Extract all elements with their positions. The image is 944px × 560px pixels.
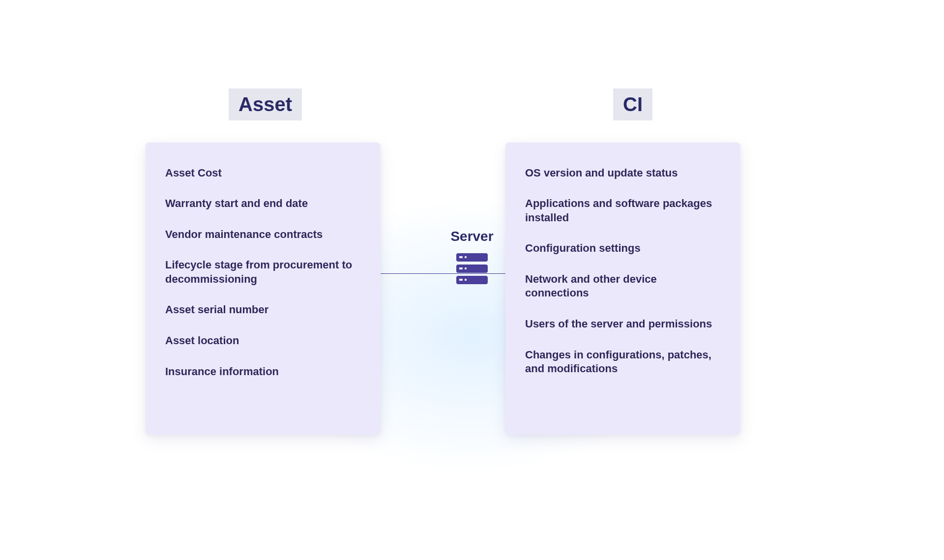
ci-heading: CI <box>613 88 652 120</box>
list-item: Configuration settings <box>525 241 721 256</box>
list-item: Network and other device connections <box>525 272 721 300</box>
list-item: Asset Cost <box>165 166 361 180</box>
list-item: OS version and update status <box>525 166 721 180</box>
list-item: Lifecycle stage from procurement to deco… <box>165 258 361 286</box>
list-item: Vendor maintenance contracts <box>165 228 361 242</box>
server-rack-1 <box>456 253 488 262</box>
list-item: Users of the server and permissions <box>525 317 721 331</box>
server-label: Server <box>450 229 493 244</box>
server-rack-3 <box>456 276 488 284</box>
list-item: Changes in configurations, patches, and … <box>525 348 721 376</box>
list-item: Applications and software packages insta… <box>525 197 721 225</box>
list-item: Warranty start and end date <box>165 197 361 211</box>
server-icon <box>454 253 490 289</box>
asset-ci-diagram: Asset CI Server Asset Cost Warranty star… <box>98 59 846 501</box>
list-item: Asset location <box>165 334 361 348</box>
server-rack-2 <box>456 265 488 273</box>
asset-card: Asset Cost Warranty start and end date V… <box>146 143 381 435</box>
list-item: Asset serial number <box>165 303 361 317</box>
asset-heading: Asset <box>229 88 302 120</box>
list-item: Insurance information <box>165 365 361 379</box>
ci-card: OS version and update status Application… <box>505 143 740 435</box>
